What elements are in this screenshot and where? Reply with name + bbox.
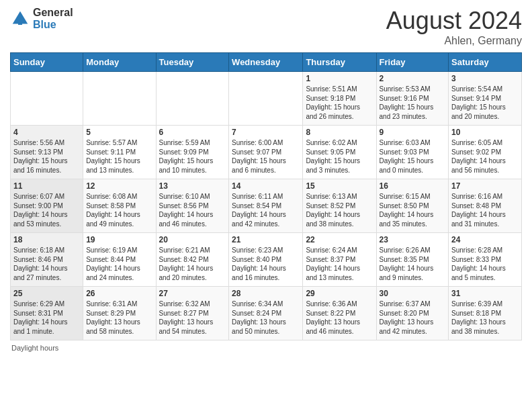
day-info: Sunrise: 5:57 AM Sunset: 9:11 PM Dayligh… [86, 138, 152, 175]
week-row-2: 4Sunrise: 5:56 AM Sunset: 9:13 PM Daylig… [11, 126, 522, 179]
day-info: Sunrise: 5:54 AM Sunset: 9:14 PM Dayligh… [451, 85, 519, 121]
day-number: 7 [232, 128, 300, 137]
day-number: 1 [306, 74, 373, 83]
day-number: 3 [451, 74, 519, 83]
day-cell: 17Sunrise: 6:16 AM Sunset: 8:48 PM Dayli… [449, 179, 522, 233]
day-number: 22 [306, 235, 373, 244]
logo-blue: Blue [33, 19, 73, 31]
day-cell [229, 72, 303, 126]
day-info: Sunrise: 6:18 AM Sunset: 8:46 PM Dayligh… [13, 246, 80, 282]
col-header-tuesday: Tuesday [156, 53, 229, 72]
day-info: Sunrise: 6:24 AM Sunset: 8:37 PM Dayligh… [306, 246, 373, 282]
day-number: 17 [451, 181, 519, 191]
day-number: 21 [232, 235, 300, 244]
day-number: 12 [86, 181, 152, 191]
logo-general: General [33, 7, 73, 19]
day-number: 31 [451, 289, 519, 298]
day-number: 9 [380, 128, 446, 137]
col-header-sunday: Sunday [11, 53, 83, 72]
day-cell: 24Sunrise: 6:28 AM Sunset: 8:33 PM Dayli… [449, 233, 522, 287]
day-number: 25 [13, 289, 80, 298]
day-number: 2 [380, 74, 446, 83]
day-info: Sunrise: 6:21 AM Sunset: 8:42 PM Dayligh… [159, 246, 226, 282]
day-cell: 12Sunrise: 6:08 AM Sunset: 8:58 PM Dayli… [83, 179, 156, 233]
day-cell: 18Sunrise: 6:18 AM Sunset: 8:46 PM Dayli… [11, 233, 83, 287]
location-subtitle: Ahlen, Germany [386, 35, 522, 47]
logo-icon [10, 9, 30, 29]
svg-rect-1 [18, 20, 22, 26]
day-number: 28 [232, 289, 300, 298]
day-number: 8 [306, 128, 373, 137]
day-cell: 13Sunrise: 6:10 AM Sunset: 8:56 PM Dayli… [156, 179, 229, 233]
day-info: Sunrise: 6:19 AM Sunset: 8:44 PM Dayligh… [86, 246, 152, 282]
day-cell: 16Sunrise: 6:15 AM Sunset: 8:50 PM Dayli… [376, 179, 449, 233]
day-info: Sunrise: 6:26 AM Sunset: 8:35 PM Dayligh… [380, 246, 446, 282]
day-number: 5 [86, 128, 152, 137]
day-info: Sunrise: 6:05 AM Sunset: 9:02 PM Dayligh… [451, 138, 519, 175]
day-number: 23 [380, 235, 446, 244]
day-cell: 9Sunrise: 6:03 AM Sunset: 9:03 PM Daylig… [376, 126, 449, 179]
day-info: Sunrise: 5:53 AM Sunset: 9:16 PM Dayligh… [380, 85, 446, 121]
day-info: Sunrise: 6:37 AM Sunset: 8:20 PM Dayligh… [380, 300, 446, 336]
day-cell: 4Sunrise: 5:56 AM Sunset: 9:13 PM Daylig… [11, 126, 83, 179]
day-cell: 20Sunrise: 6:21 AM Sunset: 8:42 PM Dayli… [156, 233, 229, 287]
day-number: 30 [380, 289, 446, 298]
col-header-monday: Monday [83, 53, 156, 72]
day-number: 11 [13, 181, 80, 191]
day-cell: 10Sunrise: 6:05 AM Sunset: 9:02 PM Dayli… [449, 126, 522, 179]
day-info: Sunrise: 6:11 AM Sunset: 8:54 PM Dayligh… [232, 192, 300, 228]
week-row-5: 25Sunrise: 6:29 AM Sunset: 8:31 PM Dayli… [11, 287, 522, 340]
day-cell: 22Sunrise: 6:24 AM Sunset: 8:37 PM Dayli… [303, 233, 376, 287]
day-cell: 19Sunrise: 6:19 AM Sunset: 8:44 PM Dayli… [83, 233, 156, 287]
day-cell: 8Sunrise: 6:02 AM Sunset: 9:05 PM Daylig… [303, 126, 376, 179]
day-number: 4 [13, 128, 80, 137]
day-number: 20 [159, 235, 226, 244]
day-cell: 6Sunrise: 5:59 AM Sunset: 9:09 PM Daylig… [156, 126, 229, 179]
day-cell [11, 72, 83, 126]
day-cell [83, 72, 156, 126]
page-container: General Blue August 2024 Ahlen, Germany … [0, 0, 532, 359]
day-info: Sunrise: 6:31 AM Sunset: 8:29 PM Dayligh… [86, 300, 152, 336]
day-cell: 23Sunrise: 6:26 AM Sunset: 8:35 PM Dayli… [376, 233, 449, 287]
header-row: SundayMondayTuesdayWednesdayThursdayFrid… [11, 53, 522, 72]
day-number: 27 [159, 289, 226, 298]
day-cell: 26Sunrise: 6:31 AM Sunset: 8:29 PM Dayli… [83, 287, 156, 340]
calendar-body: 1Sunrise: 5:51 AM Sunset: 9:18 PM Daylig… [11, 72, 522, 340]
page-header: General Blue August 2024 Ahlen, Germany [10, 7, 522, 47]
logo: General Blue [10, 7, 73, 31]
day-info: Sunrise: 5:51 AM Sunset: 9:18 PM Dayligh… [306, 85, 373, 121]
day-info: Sunrise: 5:59 AM Sunset: 9:09 PM Dayligh… [159, 138, 226, 175]
day-number: 13 [159, 181, 226, 191]
day-info: Sunrise: 6:34 AM Sunset: 8:24 PM Dayligh… [232, 300, 300, 336]
day-info: Sunrise: 5:56 AM Sunset: 9:13 PM Dayligh… [13, 138, 80, 175]
col-header-saturday: Saturday [449, 53, 522, 72]
calendar-header: SundayMondayTuesdayWednesdayThursdayFrid… [11, 53, 522, 72]
day-cell: 2Sunrise: 5:53 AM Sunset: 9:16 PM Daylig… [376, 72, 449, 126]
day-cell: 30Sunrise: 6:37 AM Sunset: 8:20 PM Dayli… [376, 287, 449, 340]
day-cell: 5Sunrise: 5:57 AM Sunset: 9:11 PM Daylig… [83, 126, 156, 179]
day-cell: 27Sunrise: 6:32 AM Sunset: 8:27 PM Dayli… [156, 287, 229, 340]
day-number: 16 [380, 181, 446, 191]
col-header-wednesday: Wednesday [229, 53, 303, 72]
day-cell: 3Sunrise: 5:54 AM Sunset: 9:14 PM Daylig… [449, 72, 522, 126]
day-cell: 15Sunrise: 6:13 AM Sunset: 8:52 PM Dayli… [303, 179, 376, 233]
day-number: 19 [86, 235, 152, 244]
day-cell: 31Sunrise: 6:39 AM Sunset: 8:18 PM Dayli… [449, 287, 522, 340]
day-cell: 11Sunrise: 6:07 AM Sunset: 9:00 PM Dayli… [11, 179, 83, 233]
col-header-thursday: Thursday [303, 53, 376, 72]
col-header-friday: Friday [376, 53, 449, 72]
day-number: 14 [232, 181, 300, 191]
day-info: Sunrise: 6:23 AM Sunset: 8:40 PM Dayligh… [232, 246, 300, 282]
day-info: Sunrise: 6:08 AM Sunset: 8:58 PM Dayligh… [86, 192, 152, 228]
day-info: Sunrise: 6:36 AM Sunset: 8:22 PM Dayligh… [306, 300, 373, 336]
day-info: Sunrise: 6:13 AM Sunset: 8:52 PM Dayligh… [306, 192, 373, 228]
day-info: Sunrise: 6:07 AM Sunset: 9:00 PM Dayligh… [13, 192, 80, 228]
day-cell: 7Sunrise: 6:00 AM Sunset: 9:07 PM Daylig… [229, 126, 303, 179]
week-row-3: 11Sunrise: 6:07 AM Sunset: 9:00 PM Dayli… [11, 179, 522, 233]
day-cell [156, 72, 229, 126]
day-info: Sunrise: 6:29 AM Sunset: 8:31 PM Dayligh… [13, 300, 80, 336]
day-info: Sunrise: 6:00 AM Sunset: 9:07 PM Dayligh… [232, 138, 300, 175]
calendar-table: SundayMondayTuesdayWednesdayThursdayFrid… [10, 52, 522, 340]
footer-note: Daylight hours [10, 344, 522, 352]
day-info: Sunrise: 6:02 AM Sunset: 9:05 PM Dayligh… [306, 138, 373, 175]
